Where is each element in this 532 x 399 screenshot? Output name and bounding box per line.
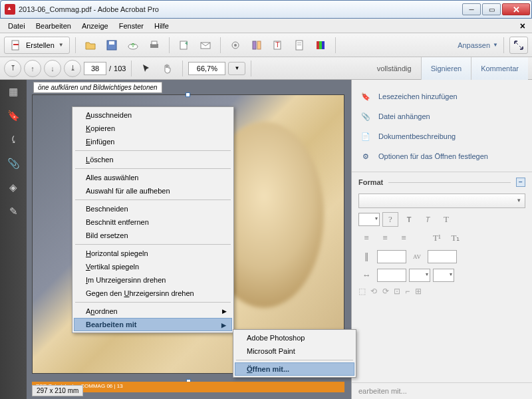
page-input[interactable] — [84, 62, 106, 75]
open-options-link[interactable]: ⚙Optionen für das Öffnen festlegen — [358, 146, 525, 166]
tool-a[interactable] — [226, 37, 245, 54]
cloud-button[interactable] — [124, 37, 142, 54]
first-page-button[interactable]: ⤒ — [4, 60, 21, 77]
ctx-rotate-cw[interactable]: Im Uhrzeigersinn drehen — [74, 273, 232, 287]
svg-rect-1 — [13, 44, 19, 45]
tool-e[interactable] — [311, 37, 330, 54]
print-button[interactable] — [145, 37, 164, 54]
panel-footer: earbeiten mit... — [352, 382, 532, 399]
align-center[interactable]: ≡ — [377, 231, 393, 245]
ctx-flip-h[interactable]: Horizontal spiegeln — [74, 247, 232, 260]
last-page-button[interactable]: ⤓ — [64, 60, 81, 77]
svg-rect-18 — [317, 41, 319, 49]
line-spacing[interactable]: ‖ — [358, 249, 374, 264]
ctx-delete[interactable]: Löschen — [74, 153, 232, 166]
doc-icon: 📄 — [360, 130, 372, 142]
section-header: öne aufklären und Bildwichtiges betonen — [33, 82, 162, 93]
expand-icon — [513, 39, 525, 51]
signatures-icon[interactable]: ✎ — [7, 205, 20, 218]
scale-h[interactable]: ↔ — [358, 268, 374, 283]
menu-anzeige[interactable]: Anzeige — [76, 21, 114, 31]
gear-icon — [229, 39, 241, 51]
svg-point-10 — [234, 44, 237, 47]
tool-c[interactable]: T — [269, 37, 287, 54]
superscript[interactable]: T¹ — [429, 231, 445, 245]
fill-swatch[interactable] — [409, 269, 430, 282]
hand-tool[interactable] — [158, 60, 177, 77]
ctx-crop[interactable]: Beschneiden — [74, 202, 232, 215]
ctx-edit-with[interactable]: Bearbeiten mit▶ — [74, 318, 232, 331]
thumbnails-icon[interactable]: ▦ — [7, 85, 20, 98]
menu-hilfe[interactable]: Hilfe — [149, 21, 174, 31]
ctx-flip-v[interactable]: Vertikal spiegeln — [74, 260, 232, 273]
customize-link[interactable]: Anpassen▼ — [458, 41, 498, 49]
save-button[interactable] — [102, 37, 121, 54]
attach-file-link[interactable]: 📎Datei anhängen — [358, 106, 525, 126]
menu-fenster[interactable]: Fenster — [114, 21, 149, 31]
bookmarks-icon[interactable]: 🔖 — [7, 109, 20, 122]
sub-photoshop[interactable]: Adobe Photoshop — [235, 331, 354, 344]
bold-button[interactable]: T — [401, 212, 417, 227]
ctx-cut[interactable]: Ausschneiden — [74, 108, 232, 122]
scale-field[interactable] — [377, 269, 406, 282]
layers-icon[interactable]: ◈ — [7, 181, 20, 194]
align-left[interactable]: ≡ — [358, 231, 374, 245]
menu-datei[interactable]: Datei — [3, 21, 31, 31]
tool-b[interactable] — [247, 37, 266, 54]
zoom-caret[interactable]: ▼ — [228, 62, 245, 75]
tab-signieren[interactable]: Signieren — [421, 57, 471, 80]
tab-kommentar[interactable]: Kommentar — [471, 57, 528, 80]
close-button[interactable]: ✕ — [502, 3, 530, 15]
view-vollstaendig[interactable]: vollständig — [368, 57, 421, 80]
sub-paint[interactable]: Microsoft Paint — [235, 344, 354, 358]
subscript[interactable]: T₁ — [448, 231, 464, 245]
ctx-select-all[interactable]: Alles auswählen — [74, 171, 232, 184]
doc-description-link[interactable]: 📄Dokumentbeschreibung — [358, 126, 525, 146]
ctx-copy[interactable]: Kopieren — [74, 122, 232, 135]
caret-icon: ▼ — [59, 42, 64, 48]
flow-icon[interactable]: ⤹ — [7, 133, 20, 146]
add-bookmark-link[interactable]: 🔖Lesezeichen hinzufügen — [358, 86, 525, 106]
color-swatch[interactable] — [358, 213, 380, 226]
menubar: Datei Bearbeiten Anzeige Fenster Hilfe × — [0, 19, 532, 33]
ctx-replace-image[interactable]: Bild ersetzen — [74, 229, 232, 242]
maximize-button[interactable]: ▭ — [482, 3, 501, 15]
underline-button[interactable]: T — [438, 212, 454, 227]
stroke-swatch[interactable] — [433, 269, 454, 282]
svg-rect-20 — [322, 41, 325, 49]
minimize-button[interactable]: ─ — [462, 3, 481, 15]
help-button[interactable]: ? — [382, 212, 398, 227]
ctx-paste[interactable]: Einfügen — [74, 135, 232, 148]
prev-page-button[interactable]: ↑ — [24, 60, 41, 77]
ctx-rotate-ccw[interactable]: Gegen den Uhrzeigersinn drehen — [74, 287, 232, 300]
print-icon — [148, 39, 160, 51]
page-icon — [293, 39, 305, 51]
ctx-deselect[interactable]: Auswahl für alle aufheben — [74, 184, 232, 198]
create-button[interactable]: Erstellen ▼ — [4, 37, 70, 54]
fullscreen-button[interactable] — [509, 37, 528, 54]
doc-close-button[interactable]: × — [516, 21, 529, 31]
svg-rect-19 — [319, 41, 322, 49]
zoom-input[interactable] — [188, 62, 225, 75]
attachments-icon[interactable]: 📎 — [7, 157, 20, 170]
next-page-button[interactable]: ↓ — [44, 60, 61, 77]
resize-handle[interactable] — [186, 92, 190, 97]
email-button[interactable] — [196, 37, 215, 54]
context-menu: Ausschneiden Kopieren Einfügen Löschen A… — [72, 106, 234, 333]
kerning[interactable]: AV — [409, 249, 425, 264]
ctx-remove-crop[interactable]: Beschnitt entfernen — [74, 215, 232, 229]
font-dropdown[interactable] — [358, 194, 525, 208]
open-button[interactable] — [81, 37, 100, 54]
kerning-field[interactable] — [428, 250, 457, 263]
select-tool[interactable] — [137, 60, 156, 77]
tool-d[interactable] — [290, 37, 309, 54]
share-button[interactable] — [175, 37, 194, 54]
align-right[interactable]: ≡ — [396, 231, 412, 245]
italic-button[interactable]: T — [420, 212, 436, 227]
spacing-field[interactable] — [377, 250, 406, 263]
svg-rect-12 — [257, 41, 261, 49]
collapse-button[interactable]: − — [516, 178, 525, 187]
sub-open-with[interactable]: Öffnen mit... — [235, 362, 354, 376]
menu-bearbeiten[interactable]: Bearbeiten — [31, 21, 76, 31]
ctx-arrange[interactable]: Anordnen▶ — [74, 305, 232, 318]
